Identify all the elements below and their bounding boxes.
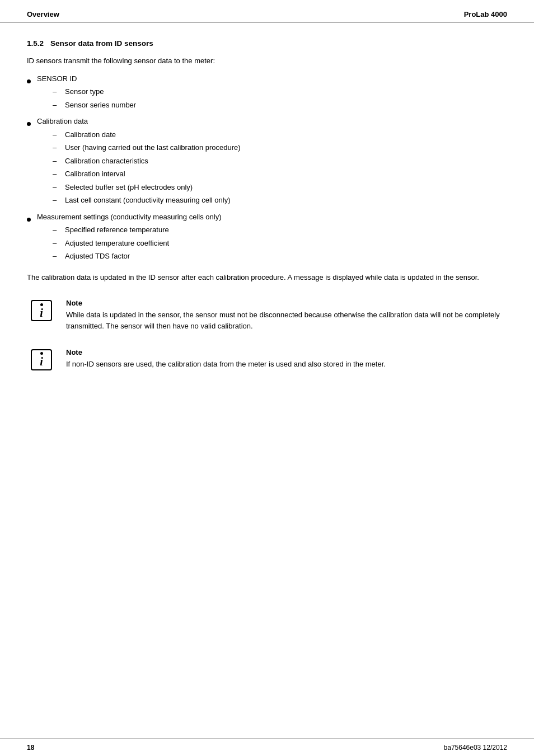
note-icon-wrapper-2: i [27,348,56,370]
list-item: – Selected buffer set (pH electrodes onl… [53,182,507,193]
list-item: – Adjusted TDS factor [53,251,507,262]
info-icon-letter-2: i [40,356,43,367]
list-item: – Last cell constant (conductivity measu… [53,195,507,206]
bullet-label: Measurement settings (conductivity measu… [37,213,221,221]
info-icon-2: i [31,349,52,370]
list-item: Calibration data – Calibration date – Us… [27,116,507,208]
sub-item-text: Selected buffer set (pH electrodes only) [65,182,193,193]
footer-page-number: 18 [27,744,34,752]
list-item: – Sensor type [53,86,507,97]
list-item: Measurement settings (conductivity measu… [27,212,507,264]
sub-list: – Calibration date – User (having carrie… [37,129,507,206]
bullet-label: SENSOR ID [37,74,77,83]
dash: – [53,142,64,153]
bullet-dot-icon [27,214,37,225]
sub-item-text: Calibration characteristics [65,156,148,167]
sub-list: – Sensor type – Sensor series number [37,86,507,110]
bullet-dot-icon [27,118,37,129]
dash: – [53,251,64,262]
note-box-1: i Note While data is updated in the sens… [27,299,507,332]
header-left-text: Overview [27,10,59,18]
bullet-label: Calibration data [37,117,88,125]
list-item: – Calibration interval [53,168,507,180]
sub-item-text: Adjusted TDS factor [65,251,130,262]
bullet-dot-icon [27,76,37,87]
list-item: – Specified reference temperature [53,224,507,236]
sub-item-text: User (having carried out the last calibr… [65,142,241,153]
note-title-1: Note [66,299,507,307]
dash: – [53,182,64,193]
list-item: – Sensor series number [53,100,507,111]
list-item: SENSOR ID – Sensor type – Sensor series … [27,73,507,113]
list-item: – Adjusted temperature coefficient [53,238,507,249]
page-footer: 18 ba75646e03 12/2012 [0,739,534,756]
dash: – [53,238,64,249]
note-text-1: While data is updated in the sensor, the… [66,309,507,332]
sub-item-text: Specified reference temperature [65,224,169,236]
dash: – [53,129,64,140]
sub-item-text: Sensor series number [65,100,136,111]
note-icon-wrapper: i [27,299,56,321]
info-icon-letter: i [40,307,43,318]
note-text-2: If non-ID sensors are used, the calibrat… [66,359,507,370]
page-header: Overview ProLab 4000 [0,0,534,22]
note-content-1: Note While data is updated in the sensor… [66,299,507,332]
list-item: – Calibration characteristics [53,156,507,167]
sub-item-text: Calibration interval [65,168,125,180]
dash: – [53,224,64,236]
header-right-text: ProLab 4000 [464,10,507,18]
list-item: – User (having carried out the last cali… [53,142,507,153]
dash: – [53,100,64,111]
dash: – [53,195,64,206]
main-bullet-list: SENSOR ID – Sensor type – Sensor series … [27,73,507,264]
main-content: 1.5.2Sensor data from ID sensors ID sens… [0,39,534,413]
dash: – [53,156,64,167]
sub-item-text: Adjusted temperature coefficient [65,238,169,249]
list-item: – Calibration date [53,129,507,140]
sub-item-text: Last cell constant (conductivity measuri… [65,195,231,206]
intro-paragraph: ID sensors transmit the following sensor… [27,55,507,67]
note-content-2: Note If non-ID sensors are used, the cal… [66,348,507,370]
section-number: 1.5.2 [27,39,44,48]
sub-item-text: Sensor type [65,86,104,97]
section-heading: 1.5.2Sensor data from ID sensors [27,39,507,48]
info-icon: i [31,300,52,321]
note-box-2: i Note If non-ID sensors are used, the c… [27,348,507,370]
sub-list: – Specified reference temperature – Adju… [37,224,507,262]
sub-item-text: Calibration date [65,129,116,140]
note-title-2: Note [66,348,507,356]
page: Overview ProLab 4000 1.5.2Sensor data fr… [0,0,534,756]
closing-paragraph: The calibration data is updated in the I… [27,272,507,284]
info-icon-dot [40,303,43,306]
dash: – [53,86,64,97]
info-icon-dot-2 [40,352,43,355]
dash: – [53,168,64,180]
section-title: Sensor data from ID sensors [50,39,153,48]
footer-doc-info: ba75646e03 12/2012 [444,744,507,752]
